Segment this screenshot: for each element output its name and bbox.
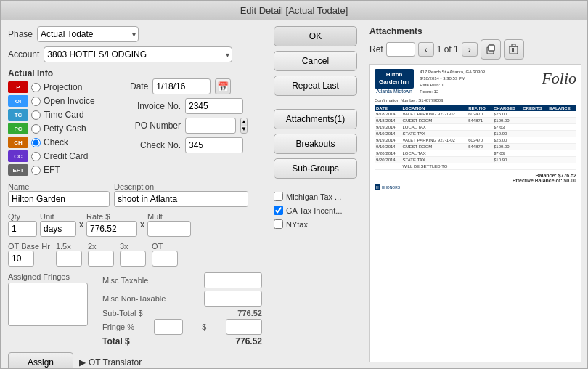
account-select-wrapper: 3803 HOTELS/LODGING <box>44 46 232 62</box>
hilton-honors: H HHONORS <box>375 184 576 190</box>
table-row: 9/19/2014GUEST ROOM544872$109.00 <box>375 144 576 150</box>
misc-taxable-input[interactable] <box>204 272 262 288</box>
account-row: Account 3803 HOTELS/LODGING <box>8 46 262 62</box>
po-stepper[interactable]: ▲ ▼ <box>240 118 248 134</box>
radio-projection-label: Projection <box>44 82 82 92</box>
michigan-tax-checkbox[interactable] <box>274 192 283 201</box>
check-input[interactable]: 345 <box>185 137 243 153</box>
radio-row-eft: EFT EFT <box>8 163 124 177</box>
mult15-input[interactable] <box>56 251 82 267</box>
radio-eft[interactable] <box>31 166 41 175</box>
title-bar: Edit Detail [Actual Todate] <box>1 1 587 20</box>
assign-button[interactable]: Assign <box>8 352 73 368</box>
copy-icon <box>486 44 496 54</box>
phase-select[interactable]: Actual Todate <box>37 26 139 42</box>
col-date: DATE <box>375 105 401 111</box>
invoice-input[interactable]: 2345 <box>185 98 243 114</box>
radio-time-card-label: Time Card <box>44 110 84 120</box>
cancel-button[interactable]: Cancel <box>274 51 357 71</box>
po-input[interactable] <box>185 118 236 134</box>
attachments-button[interactable]: Attachments(1) <box>274 109 357 129</box>
rate-input[interactable]: 776.52 <box>86 221 137 237</box>
ot-group: OT <box>152 242 178 267</box>
radio-check-label: Check <box>44 137 68 147</box>
ot-base-input[interactable]: 10 <box>8 251 34 267</box>
unit-label: Unit <box>40 212 76 221</box>
name-input[interactable]: Hilton Garden <box>8 191 110 207</box>
desc-label: Description <box>114 182 248 191</box>
radio-petty-cash-label: Petty Cash <box>44 123 86 134</box>
radio-credit-card[interactable] <box>31 152 41 161</box>
calendar-button[interactable]: 📅 <box>215 78 231 94</box>
fringe-pct-input[interactable] <box>154 319 183 335</box>
nytax-checkbox[interactable] <box>274 219 283 229</box>
mult3x-input[interactable] <box>120 251 146 267</box>
misc-non-taxable-row: Misc Non-Taxable <box>102 291 262 307</box>
qty-row: Qty 1 Unit days x Rate $ 776.52 x Mult <box>8 212 262 237</box>
fringes-label: Assigned Fringes <box>8 272 95 281</box>
nytax-row: NYtax <box>274 219 359 229</box>
radio-time-card[interactable] <box>31 110 41 120</box>
misc-taxable-row: Misc Taxable <box>102 272 262 288</box>
radio-petty-cash[interactable] <box>31 124 41 134</box>
mult15-group: 1.5x <box>56 242 82 267</box>
date-input[interactable]: 1/18/16 <box>152 78 211 94</box>
hotel-logo-box: HiltonGarden Inn <box>375 69 414 89</box>
mult3x-label: 3x <box>120 242 146 251</box>
phase-label: Phase <box>8 29 33 39</box>
radio-row-petty-cash: PC Petty Cash <box>8 122 124 135</box>
ok-button[interactable]: OK <box>274 26 357 46</box>
po-up-arrow[interactable]: ▲ <box>241 118 247 126</box>
check-label: Check No. <box>130 140 181 150</box>
radio-check[interactable] <box>31 138 41 147</box>
radio-projection[interactable] <box>31 83 41 92</box>
delete-attachment-button[interactable] <box>504 39 524 60</box>
po-down-arrow[interactable]: ▼ <box>241 126 247 133</box>
mult-input[interactable] <box>147 221 191 237</box>
receipt-total: Balance: $776.52 Effective Balance of: $… <box>375 173 576 183</box>
copy-attachment-button[interactable] <box>481 39 501 60</box>
ref-input[interactable] <box>386 42 415 57</box>
attachment-preview: HiltonGarden Inn Atlanta Midtown 417 Pea… <box>369 64 581 362</box>
qty-input[interactable]: 1 <box>8 221 37 237</box>
credit-card-icon: CC <box>8 150 28 162</box>
hotel-logo: HiltonGarden Inn Atlanta Midtown <box>375 69 414 95</box>
date-row: Date 1/18/16 📅 <box>130 78 262 94</box>
unit-input[interactable]: days <box>40 221 76 237</box>
name-group: Name Hilton Garden <box>8 182 110 207</box>
description-input[interactable]: shoot in Atlanta <box>114 191 248 207</box>
table-row: 9/20/2014STATE TAX$10.90 <box>375 157 576 163</box>
radio-open-invoice[interactable] <box>31 97 41 106</box>
fringe-dollar-input[interactable] <box>226 319 262 335</box>
radio-row-projection: P Projection <box>8 81 124 94</box>
window-title: Edit Detail [Actual Todate] <box>240 5 348 16</box>
total-label: Total $ <box>102 336 130 346</box>
mult3x-group: 3x <box>120 242 146 267</box>
bottom-bar: Assign ▶ OT Translator <box>8 349 262 368</box>
ga-tax-checkbox[interactable] <box>274 206 283 215</box>
account-select[interactable]: 3803 HOTELS/LODGING <box>44 46 232 62</box>
check-icon: CH <box>8 137 28 148</box>
repeat-last-button[interactable]: Repeat Last <box>274 76 357 96</box>
main-window: Edit Detail [Actual Todate] Phase Actual… <box>0 0 588 369</box>
open-invoice-icon: OI <box>8 95 28 107</box>
ot-base-group: OT Base Hr 10 <box>8 242 50 267</box>
ot-translator[interactable]: ▶ OT Translator <box>79 357 142 368</box>
mult2x-input[interactable] <box>88 251 114 267</box>
misc-non-taxable-input[interactable] <box>204 291 262 307</box>
left-panel: Phase Actual Todate Account 3803 HOTELS/… <box>1 20 269 368</box>
ot-label: OT <box>152 242 178 251</box>
qty-label: Qty <box>8 212 37 221</box>
col-ref: REF. NO. <box>467 105 492 111</box>
sub-groups-button[interactable]: Sub-Groups <box>274 158 357 179</box>
table-row: 9/19/2014VALET PARKING 927-1-02603470$25… <box>375 137 576 144</box>
hotel-logo-sub: Atlanta Midtown <box>376 89 412 94</box>
mult2x-label: 2x <box>88 242 114 251</box>
col-location: LOCATION <box>401 105 467 111</box>
breakouts-button[interactable]: Breakouts <box>274 134 357 154</box>
ot-input[interactable] <box>152 251 178 267</box>
mult-label: Mult <box>147 212 191 221</box>
prev-attachment-button[interactable]: ‹ <box>418 42 434 57</box>
col-balance: BALANCE <box>547 105 576 111</box>
next-attachment-button[interactable]: › <box>462 42 478 57</box>
